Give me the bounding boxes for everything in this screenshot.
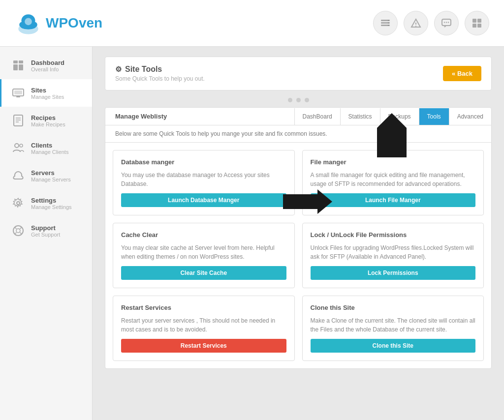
svg-line-34	[15, 227, 17, 229]
tool-card-clone: Clone this Site Make a Clone of the curr…	[302, 296, 484, 361]
dots-nav	[105, 98, 492, 102]
sidebar: Dashboard Overall Info Sites Manage Site…	[0, 47, 93, 420]
dot-3	[305, 98, 309, 102]
chat-icon	[441, 18, 452, 29]
support-label: Support	[31, 224, 60, 232]
chat-header-icon[interactable]	[434, 11, 459, 35]
dashboard-icon	[11, 59, 25, 72]
alert-header-icon[interactable]	[404, 11, 428, 35]
grid-icon	[472, 18, 482, 29]
sidebar-item-servers[interactable]: Servers Manage Servers	[0, 162, 92, 189]
settings-icon	[11, 196, 25, 210]
svg-point-7	[388, 25, 389, 26]
content-area: ⚙ Site Tools Some Quick Tools to help yo…	[93, 47, 504, 420]
logo-icon	[15, 10, 42, 37]
main-layout: Dashboard Overall Info Sites Manage Site…	[0, 47, 504, 420]
restart-card-desc: Restart your server services , This shou…	[121, 316, 286, 334]
svg-point-6	[388, 23, 389, 24]
svg-point-11	[444, 22, 445, 23]
dot-1	[288, 98, 292, 102]
sidebar-item-recipes[interactable]: Recipes Make Recipes	[0, 107, 92, 134]
svg-point-29	[15, 144, 19, 148]
support-sublabel: Get Support	[31, 232, 60, 238]
svg-rect-14	[472, 19, 476, 23]
sidebar-item-clients[interactable]: Clients Manage Clients	[0, 134, 92, 162]
logo: WPOven	[15, 10, 102, 37]
file-card-title: File manger	[311, 158, 476, 166]
site-tools-subtitle: Some Quick Tools to help you out.	[115, 75, 205, 82]
manage-title: Manage Weblisty	[105, 108, 294, 125]
settings-sublabel: Manage Settings	[31, 204, 72, 210]
quick-note: Below are some Quick Tools to help you m…	[105, 125, 491, 143]
launch-database-button[interactable]: Launch Database Manger	[121, 193, 286, 207]
dot-2	[296, 98, 301, 102]
svg-point-31	[17, 202, 20, 205]
svg-rect-17	[477, 24, 481, 28]
svg-line-37	[20, 233, 22, 235]
restart-services-button[interactable]: Restart Services	[121, 339, 286, 353]
header-icons	[373, 11, 489, 35]
main-card: Manage Weblisty DashBoard Statistics Bac…	[105, 107, 492, 369]
tab-backups[interactable]: Backups	[380, 108, 419, 125]
servers-header-icon[interactable]	[373, 11, 398, 35]
servers-label: Servers	[31, 169, 71, 177]
svg-rect-25	[14, 115, 23, 126]
sites-icon	[11, 86, 25, 100]
svg-rect-23	[14, 90, 22, 94]
svg-rect-21	[19, 64, 23, 70]
launch-file-button[interactable]: Launch File Manger	[311, 193, 476, 207]
lock-permissions-button[interactable]: Lock Permissions	[311, 266, 476, 280]
support-icon	[11, 224, 25, 238]
svg-line-36	[15, 233, 17, 235]
clear-cache-button[interactable]: Clear Site Cache	[121, 266, 286, 280]
tab-advanced[interactable]: Advanced	[449, 108, 491, 125]
alert-icon	[410, 18, 421, 29]
tab-statistics[interactable]: Statistics	[340, 108, 380, 125]
svg-point-33	[16, 229, 20, 233]
sidebar-item-settings[interactable]: Settings Manage Settings	[0, 189, 92, 217]
permissions-card-desc: Unlock Files for upgrading WordPress fil…	[311, 243, 476, 261]
tab-nav: DashBoard Statistics Backups Tools Advan…	[294, 108, 491, 125]
sidebar-item-support[interactable]: Support Get Support	[0, 217, 92, 244]
svg-rect-16	[472, 24, 476, 28]
clone-card-desc: Make a Clone of the current site. The cl…	[311, 316, 476, 334]
svg-point-1	[25, 18, 32, 25]
sites-sublabel: Manage Sites	[31, 94, 64, 100]
settings-label: Settings	[31, 197, 72, 204]
sites-label: Sites	[31, 87, 64, 94]
svg-rect-18	[13, 60, 18, 63]
svg-line-35	[20, 227, 22, 229]
clients-icon	[11, 141, 25, 155]
tool-card-restart: Restart Services Restart your server ser…	[113, 296, 295, 361]
gear-icon: ⚙	[115, 65, 122, 74]
svg-point-9	[415, 26, 416, 27]
dashboard-sublabel: Overall Info	[31, 66, 64, 72]
site-tools-header: ⚙ Site Tools Some Quick Tools to help yo…	[105, 57, 492, 90]
svg-point-5	[388, 20, 389, 21]
clone-card-title: Clone this Site	[311, 304, 476, 311]
tool-card-database: Database manger You may use the database…	[113, 150, 295, 215]
clients-sublabel: Manage Clients	[31, 149, 68, 155]
database-card-title: Database manger	[121, 158, 286, 166]
cache-card-desc: You may clear site cache at Server level…	[121, 243, 286, 261]
sidebar-item-sites[interactable]: Sites Manage Sites	[0, 79, 92, 107]
clone-site-button[interactable]: Clone this Site	[311, 339, 476, 353]
servers-icon	[380, 18, 391, 29]
back-button[interactable]: « Back	[443, 66, 481, 81]
sidebar-item-dashboard[interactable]: Dashboard Overall Info	[0, 52, 92, 79]
logo-text: WPOven	[46, 15, 102, 31]
tool-card-cache: Cache Clear You may clear site cache at …	[113, 223, 295, 288]
svg-rect-19	[19, 60, 23, 63]
permissions-card-title: Lock / UnLock File Permissions	[311, 231, 476, 239]
grid-header-icon[interactable]	[465, 11, 489, 35]
tab-dashboard[interactable]: DashBoard	[294, 108, 340, 125]
manage-row: Manage Weblisty DashBoard Statistics Bac…	[105, 108, 491, 125]
servers-sublabel: Manage Servers	[31, 177, 71, 182]
recipes-sublabel: Make Recipes	[31, 121, 65, 127]
tools-grid: Database manger You may use the database…	[105, 143, 491, 368]
cache-card-title: Cache Clear	[121, 231, 286, 239]
recipes-label: Recipes	[31, 114, 65, 121]
svg-point-30	[20, 144, 23, 147]
tab-tools[interactable]: Tools	[419, 108, 449, 125]
svg-point-12	[446, 22, 447, 23]
